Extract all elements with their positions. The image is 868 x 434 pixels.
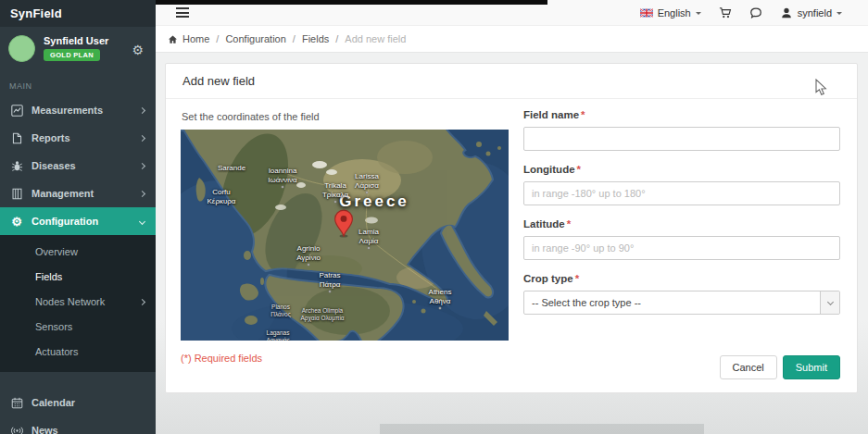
user-name: Synfield User <box>44 35 108 46</box>
field-name-label: Field name* <box>523 109 840 120</box>
sidebar-item-label: Calendar <box>31 397 75 408</box>
sidebar: SynField Synfield User GOLD PLAN ⚙ MAIN … <box>0 0 156 434</box>
breadcrumb-separator: / <box>335 33 338 44</box>
breadcrumb-configuration[interactable]: Configuration <box>225 33 285 44</box>
chevron-right-icon <box>139 299 145 305</box>
chevron-down-icon <box>139 217 145 224</box>
user-icon <box>780 6 793 19</box>
breadcrumb-home[interactable]: Home <box>182 33 209 44</box>
configuration-submenu: Overview Fields Nodes Network Sensors Ac… <box>0 235 156 372</box>
chevron-right-icon <box>139 162 145 168</box>
broadcast-icon <box>10 424 23 434</box>
chevron-right-icon <box>139 190 145 196</box>
bug-icon <box>10 159 23 172</box>
required-fields-note: (*) Required fields <box>181 353 509 364</box>
sidebar-item-news[interactable]: News <box>0 416 156 434</box>
ledger-icon <box>10 187 23 200</box>
cart-button[interactable] <box>719 6 732 19</box>
sidebar-item-label: Diseases <box>31 160 76 171</box>
crop-type-select[interactable]: -- Select the crop type -- <box>523 291 840 315</box>
breadcrumb-fields[interactable]: Fields <box>302 33 329 44</box>
sidebar-section-label: MAIN <box>0 71 156 96</box>
language-label: English <box>658 7 691 19</box>
username-label: synfield <box>798 7 832 19</box>
caret-down-icon <box>696 12 701 18</box>
required-asterisk: * <box>581 109 585 120</box>
user-settings-gear-icon[interactable]: ⚙ <box>132 43 144 56</box>
required-asterisk: * <box>575 273 579 284</box>
chat-bubble-icon <box>749 6 762 19</box>
caret-down-icon <box>837 12 842 18</box>
plan-badge: GOLD PLAN <box>44 49 100 61</box>
latitude-label: Latitude* <box>523 218 840 229</box>
sidebar-item-measurements[interactable]: Measurements <box>0 96 156 124</box>
top-black-bar <box>156 0 547 5</box>
map[interactable]: Greece Sarande IoanninaΙωάννινα TrikalaΤ… <box>181 130 509 341</box>
main-content: Add new field Set the coordinates of the… <box>156 53 868 434</box>
submenu-item-overview[interactable]: Overview <box>0 240 156 265</box>
field-name-input[interactable] <box>523 127 840 151</box>
chevron-right-icon <box>139 134 145 141</box>
coordinates-label: Set the coordinates of the field <box>182 111 509 122</box>
sidebar-item-management[interactable]: Management <box>0 180 156 207</box>
sidebar-item-label: Measurements <box>31 105 103 116</box>
sidebar-item-diseases[interactable]: Diseases <box>0 152 156 180</box>
breadcrumb: Home / Configuration / Fields / Add new … <box>156 26 868 53</box>
chart-line-icon <box>10 104 23 117</box>
sidebar-item-calendar[interactable]: Calendar <box>0 389 156 416</box>
add-field-card: Add new field Set the coordinates of the… <box>165 63 858 393</box>
sidebar-item-label: News <box>31 425 58 434</box>
avatar <box>8 35 35 62</box>
latitude-input[interactable] <box>523 236 840 260</box>
submenu-item-fields[interactable]: Fields <box>0 265 156 290</box>
required-asterisk: * <box>567 218 571 229</box>
file-icon <box>10 131 23 144</box>
chevron-right-icon <box>139 106 145 113</box>
sidebar-item-label: Reports <box>31 132 70 143</box>
messages-button[interactable] <box>749 6 762 19</box>
submenu-item-actuators[interactable]: Actuators <box>0 340 156 365</box>
breadcrumb-current: Add new field <box>345 33 406 44</box>
submit-button[interactable]: Submit <box>783 355 840 379</box>
crop-type-label: Crop type* <box>523 273 840 284</box>
uk-flag-icon <box>640 6 653 19</box>
calendar-icon <box>10 396 23 409</box>
sidebar-item-label: Management <box>31 188 94 199</box>
longitude-label: Longitude* <box>523 164 840 175</box>
sidebar-item-label: Configuration <box>31 216 98 227</box>
language-menu[interactable]: English <box>640 6 701 19</box>
breadcrumb-separator: / <box>216 33 219 44</box>
submenu-item-label: Fields <box>35 265 62 290</box>
bottom-shade-artifact <box>380 424 704 434</box>
breadcrumb-separator: / <box>293 33 296 44</box>
submenu-item-label: Actuators <box>35 340 78 365</box>
home-icon <box>168 34 178 44</box>
sidebar-item-configuration[interactable]: ⚙ Configuration <box>0 207 156 235</box>
submenu-item-sensors[interactable]: Sensors <box>0 315 156 340</box>
card-title: Add new field <box>166 64 857 99</box>
user-menu[interactable]: synfield <box>780 6 842 19</box>
submenu-item-label: Overview <box>35 240 78 265</box>
gear-icon: ⚙ <box>10 215 23 228</box>
map-marker-pin[interactable] <box>331 205 357 237</box>
cart-icon <box>719 6 732 19</box>
submenu-item-nodes-network[interactable]: Nodes Network <box>0 290 156 315</box>
submenu-item-label: Sensors <box>35 315 72 340</box>
cancel-button[interactable]: Cancel <box>720 355 777 379</box>
longitude-input[interactable] <box>523 181 840 205</box>
brand-logo[interactable]: SynField <box>0 0 156 27</box>
submenu-item-label: Nodes Network <box>35 290 105 315</box>
required-asterisk: * <box>577 164 581 175</box>
hamburger-menu-icon[interactable] <box>176 7 189 18</box>
sidebar-item-reports[interactable]: Reports <box>0 124 156 152</box>
user-panel: Synfield User GOLD PLAN ⚙ <box>0 27 156 71</box>
